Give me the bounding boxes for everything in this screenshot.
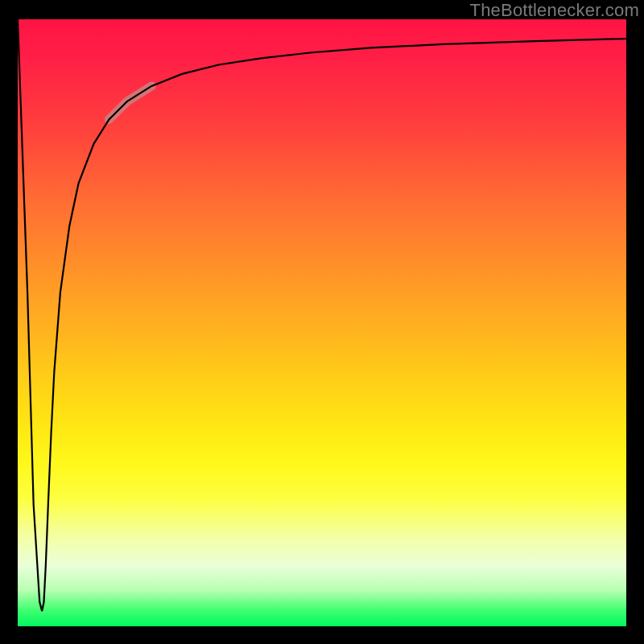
bottleneck-curve xyxy=(18,19,626,611)
chart-svg xyxy=(18,19,626,626)
chart-frame xyxy=(18,19,626,626)
attribution-text: TheBottlenecker.com xyxy=(470,0,639,21)
